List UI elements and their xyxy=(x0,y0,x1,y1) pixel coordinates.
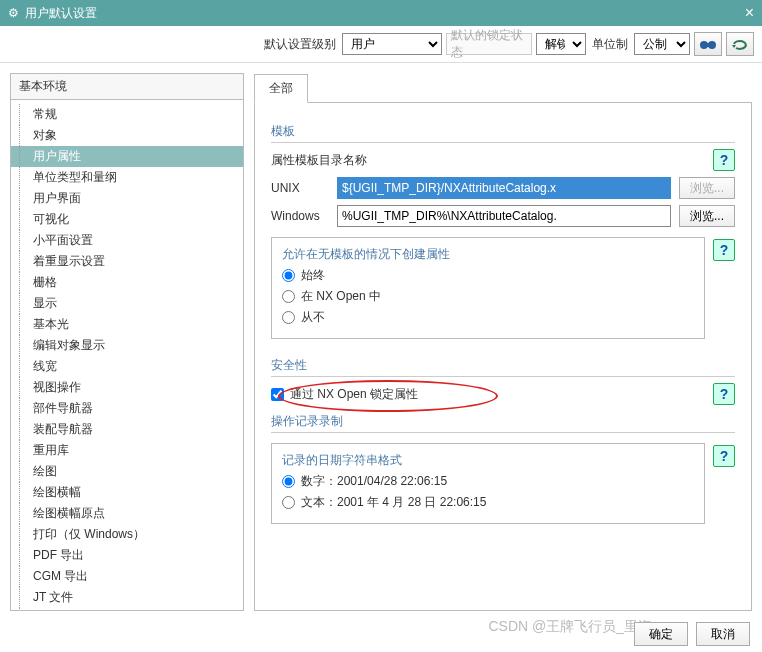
catalog-label: 属性模板目录名称 xyxy=(271,152,705,169)
tabs: 全部 xyxy=(254,73,752,103)
tree-item[interactable]: 转换器 xyxy=(11,608,243,610)
toolbar: 默认设置级别 用户 默认的锁定状态 解锁 单位制 公制 xyxy=(0,26,762,63)
browse-windows-button[interactable]: 浏览... xyxy=(679,205,735,227)
tree-item[interactable]: 单位类型和量纲 xyxy=(11,167,243,188)
help-icon[interactable]: ? xyxy=(713,149,735,171)
tab-all[interactable]: 全部 xyxy=(254,74,308,103)
radio-date-numeric[interactable] xyxy=(282,475,295,488)
level-label: 默认设置级别 xyxy=(264,36,336,53)
footer: 确定 取消 xyxy=(634,622,750,646)
help-icon[interactable]: ? xyxy=(713,383,735,405)
section-security: 安全性 xyxy=(271,357,735,377)
radio-always[interactable] xyxy=(282,269,295,282)
close-icon[interactable]: × xyxy=(745,4,754,22)
tree-item[interactable]: 栅格 xyxy=(11,272,243,293)
tree-item[interactable]: 绘图 xyxy=(11,461,243,482)
tree-item[interactable]: 着重显示设置 xyxy=(11,251,243,272)
allow-create-box: 允许在无模板的情况下创建属性 始终 在 NX Open 中 从不 xyxy=(271,237,705,339)
gear-icon: ⚙ xyxy=(8,6,19,20)
tree-item[interactable]: 可视化 xyxy=(11,209,243,230)
section-record: 操作记录录制 xyxy=(271,413,735,433)
unit-label: 单位制 xyxy=(592,36,628,53)
tree-item[interactable]: 常规 xyxy=(11,104,243,125)
tree-item[interactable]: 绘图横幅 xyxy=(11,482,243,503)
tree-item[interactable]: JT 文件 xyxy=(11,587,243,608)
tree-item[interactable]: 重用库 xyxy=(11,440,243,461)
tree-item[interactable]: 线宽 xyxy=(11,356,243,377)
lock-select[interactable]: 解锁 xyxy=(536,33,586,55)
tree-item[interactable]: 显示 xyxy=(11,293,243,314)
windows-label: Windows xyxy=(271,209,329,223)
ok-button[interactable]: 确定 xyxy=(634,622,688,646)
allow-create-title: 允许在无模板的情况下创建属性 xyxy=(282,246,694,263)
tree-item[interactable]: 绘图横幅原点 xyxy=(11,503,243,524)
tree-pane: 基本环境 常规对象用户属性单位类型和量纲用户界面可视化小平面设置着重显示设置栅格… xyxy=(10,73,244,611)
lock-attr-label: 通过 NX Open 锁定属性 xyxy=(290,386,707,403)
tree-item[interactable]: 编辑对象显示 xyxy=(11,335,243,356)
help-icon[interactable]: ? xyxy=(713,445,735,467)
refresh-icon[interactable] xyxy=(726,32,754,56)
svg-rect-2 xyxy=(706,43,710,47)
radio-nxopen[interactable] xyxy=(282,290,295,303)
radio-date-text[interactable] xyxy=(282,496,295,509)
unit-select[interactable]: 公制 xyxy=(634,33,690,55)
binoculars-icon[interactable] xyxy=(694,32,722,56)
date-format-title: 记录的日期字符串格式 xyxy=(282,452,694,469)
lock-attr-checkbox[interactable] xyxy=(271,388,284,401)
tree-item[interactable]: 小平面设置 xyxy=(11,230,243,251)
section-template: 模板 xyxy=(271,123,735,143)
content: 模板 属性模板目录名称 ? UNIX 浏览... Windows 浏览... 允… xyxy=(254,103,752,611)
tree-item[interactable]: 基本光 xyxy=(11,314,243,335)
help-icon[interactable]: ? xyxy=(713,239,735,261)
tree-item[interactable]: 用户属性 xyxy=(11,146,243,167)
cancel-button[interactable]: 取消 xyxy=(696,622,750,646)
unix-label: UNIX xyxy=(271,181,329,195)
radio-never[interactable] xyxy=(282,311,295,324)
content-pane: 全部 模板 属性模板目录名称 ? UNIX 浏览... Windows 浏览..… xyxy=(254,73,752,611)
windows-input[interactable] xyxy=(337,205,671,227)
browse-unix-button: 浏览... xyxy=(679,177,735,199)
date-format-box: 记录的日期字符串格式 数字：2001/04/28 22:06:15 文本：200… xyxy=(271,443,705,524)
tree-item[interactable]: 打印（仅 Windows） xyxy=(11,524,243,545)
unix-input[interactable] xyxy=(337,177,671,199)
tree[interactable]: 常规对象用户属性单位类型和量纲用户界面可视化小平面设置着重显示设置栅格显示基本光… xyxy=(11,100,243,610)
titlebar: ⚙ 用户默认设置 × xyxy=(0,0,762,26)
window-title: 用户默认设置 xyxy=(25,5,745,22)
tree-item[interactable]: 对象 xyxy=(11,125,243,146)
level-select[interactable]: 用户 xyxy=(342,33,442,55)
tree-item[interactable]: 装配导航器 xyxy=(11,419,243,440)
tree-item[interactable]: 部件导航器 xyxy=(11,398,243,419)
tree-item[interactable]: CGM 导出 xyxy=(11,566,243,587)
lock-label: 默认的锁定状态 xyxy=(446,33,532,55)
tree-header[interactable]: 基本环境 xyxy=(11,74,243,100)
tree-item[interactable]: PDF 导出 xyxy=(11,545,243,566)
tree-item[interactable]: 用户界面 xyxy=(11,188,243,209)
tree-item[interactable]: 视图操作 xyxy=(11,377,243,398)
